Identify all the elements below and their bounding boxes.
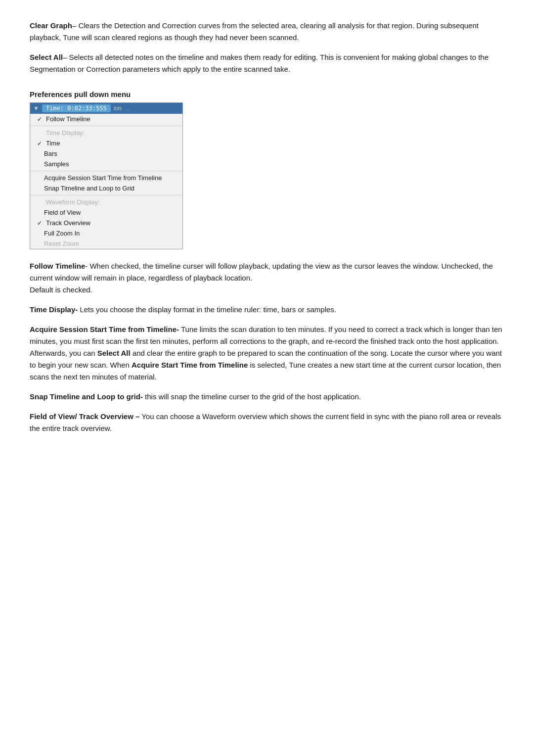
follow-timeline-para-label: Follow Timeline — [30, 262, 85, 270]
time-display-label: Time Display: — [46, 129, 85, 137]
time-display-section: Time Display- Lets you choose the displa… — [30, 304, 504, 316]
samples-item-label: Samples — [44, 160, 69, 168]
checkmark-time-icon: ✓ — [37, 140, 44, 147]
snap-label: Snap Timeline and Loop to Grid — [44, 185, 134, 192]
time-item-label: Time — [46, 140, 60, 147]
snap-section: Snap Timeline and Loop to grid- this wil… — [30, 391, 504, 403]
menu-item-waveform-label: Waveform Display: — [30, 197, 182, 207]
field-section: Field of View/ Track Overview – You can … — [30, 411, 504, 434]
menu-titlebar[interactable]: ▼ Time: 0:02:33:555 ion ... — [30, 103, 182, 114]
menu-divider-1 — [30, 126, 182, 126]
follow-timeline-section: Follow Timeline- When checked, the timel… — [30, 260, 504, 296]
menu-item-full-zoom-in[interactable]: Full Zoom In — [30, 228, 182, 238]
snap-para-label: Snap Timeline and Loop to grid- — [30, 392, 143, 401]
menu-titlebar-suffix: ion — [114, 105, 122, 112]
follow-timeline-para-text: - When checked, the timeline curser will… — [30, 262, 493, 294]
acquire-select-all-bold: Select All — [97, 349, 131, 357]
checkmark-icon: ✓ — [37, 116, 44, 123]
menu-item-samples[interactable]: Samples — [30, 159, 182, 169]
acquire-section: Acquire Session Start Time from Timeline… — [30, 324, 504, 383]
menu-divider-2 — [30, 171, 182, 171]
menu-item-track-overview[interactable]: ✓ Track Overview — [30, 218, 182, 228]
clear-graph-label: Clear Graph — [30, 21, 72, 30]
snap-para-text: this will snap the timeline curser to th… — [143, 392, 361, 401]
field-of-view-label: Field of View — [44, 209, 81, 216]
time-display-para-text: Lets you choose the display format in th… — [78, 305, 336, 314]
select-all-section: Select All– Selects all detected notes o… — [30, 51, 504, 75]
follow-timeline-label: Follow Timeline — [46, 115, 90, 123]
prefs-heading: Preferences pull down menu — [30, 90, 504, 98]
menu-divider-3 — [30, 195, 182, 195]
select-all-label: Select All — [30, 53, 63, 61]
bars-item-label: Bars — [44, 150, 57, 157]
menu-item-time-display-label: Time Display: — [30, 128, 182, 138]
acquire-bold: Acquire Start Time from Timeline — [132, 361, 248, 369]
select-all-text: – Selects all detected notes on the time… — [30, 53, 489, 73]
checkmark-track-icon: ✓ — [37, 220, 44, 227]
menu-time-display: Time: 0:02:33:555 — [42, 104, 111, 112]
menu-item-follow-timeline[interactable]: ✓ Follow Timeline — [30, 114, 182, 124]
menu-arrow-icon: ▼ — [33, 105, 39, 112]
menu-item-snap[interactable]: Snap Timeline and Loop to Grid — [30, 183, 182, 193]
menu-item-acquire[interactable]: Acquire Session Start Time from Timeline — [30, 173, 182, 183]
menu-item-bars[interactable]: Bars — [30, 148, 182, 159]
preferences-menu: ▼ Time: 0:02:33:555 ion ... ✓ Follow Tim… — [30, 102, 183, 249]
menu-item-time[interactable]: ✓ Time — [30, 138, 182, 148]
menu-item-reset-zoom: Reset Zoom — [30, 238, 182, 249]
acquire-label: Acquire Session Start Time from Timeline — [44, 174, 162, 182]
track-overview-label: Track Overview — [46, 219, 90, 227]
menu-titlebar-dots: ... — [126, 106, 130, 111]
reset-zoom-label: Reset Zoom — [44, 240, 79, 247]
clear-graph-section: Clear Graph– Clears the Detection and Co… — [30, 20, 504, 44]
waveform-display-label: Waveform Display: — [46, 198, 100, 206]
clear-graph-text: – Clears the Detection and Correction cu… — [30, 21, 479, 42]
menu-item-field-of-view[interactable]: Field of View — [30, 207, 182, 218]
acquire-para-label: Acquire Session Start Time from Timeline… — [30, 325, 179, 333]
full-zoom-in-label: Full Zoom In — [44, 230, 80, 237]
time-display-para-label: Time Display- — [30, 305, 78, 314]
field-para-label: Field of View/ Track Overview – — [30, 412, 139, 421]
